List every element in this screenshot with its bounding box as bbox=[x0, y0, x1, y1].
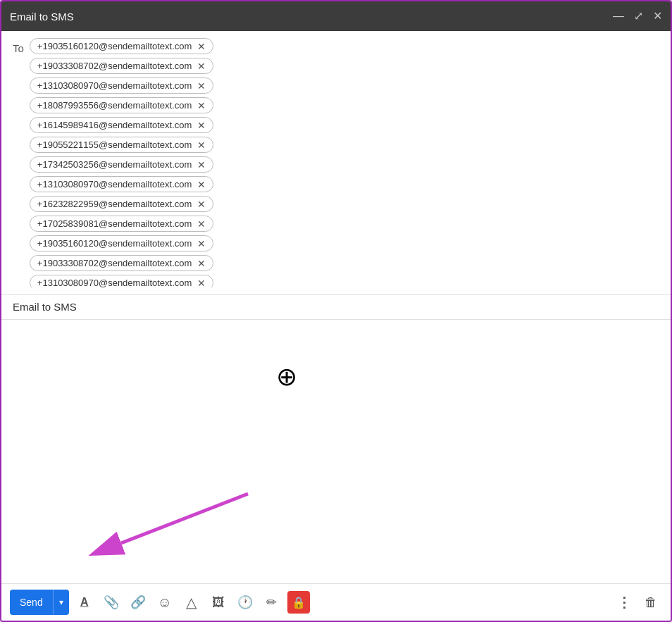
toolbar: Send ▾ A 📎 🔗 ☺ △ 🖼 🕐 ✏ 🔒 ⋮ 🗑 bbox=[1, 583, 671, 621]
recipient-chip: +13103080970@sendemailtotext.com✕ bbox=[30, 176, 214, 192]
recipient-chip: +13103080970@sendemailtotext.com✕ bbox=[30, 275, 214, 287]
emoji-icon[interactable]: ☺ bbox=[154, 591, 176, 614]
delete-icon[interactable]: 🗑 bbox=[640, 591, 662, 614]
remove-recipient-button[interactable]: ✕ bbox=[197, 42, 206, 51]
remove-recipient-button[interactable]: ✕ bbox=[197, 219, 206, 229]
photo-icon[interactable]: 🖼 bbox=[207, 591, 230, 614]
recipient-chip: +17342503256@sendemailtotext.com✕ bbox=[30, 156, 214, 173]
pen-icon[interactable]: ✏ bbox=[261, 591, 283, 614]
format-text-icon[interactable]: A bbox=[73, 591, 96, 614]
compose-area: To +19035160120@sendemailtotext.com✕+190… bbox=[1, 31, 671, 583]
recipient-email: +17025839081@sendemailtotext.com bbox=[37, 218, 192, 229]
more-options-icon[interactable]: ⋮ bbox=[613, 591, 635, 614]
recipient-email: +18087993556@sendemailtotext.com bbox=[37, 100, 192, 111]
email-to-sms-window: Email to SMS — ⤢ ✕ To +19035160120@sende… bbox=[0, 0, 672, 622]
remove-recipient-button[interactable]: ✕ bbox=[197, 61, 206, 71]
attach-icon[interactable]: 📎 bbox=[100, 591, 123, 614]
window-title: Email to SMS bbox=[10, 11, 74, 23]
remove-recipient-button[interactable]: ✕ bbox=[197, 101, 206, 111]
recipient-email: +19033308702@sendemailtotext.com bbox=[37, 258, 192, 268]
move-cursor: ⊕ bbox=[276, 362, 297, 392]
recipient-email: +16145989416@sendemailtotext.com bbox=[37, 120, 192, 130]
remove-recipient-button[interactable]: ✕ bbox=[197, 160, 206, 170]
recipient-email: +19035160120@sendemailtotext.com bbox=[37, 238, 192, 249]
recipient-chip: +13103080970@sendemailtotext.com✕ bbox=[30, 77, 214, 94]
remove-recipient-button[interactable]: ✕ bbox=[197, 180, 206, 189]
remove-recipient-button[interactable]: ✕ bbox=[197, 81, 206, 91]
recipients-area[interactable]: +19035160120@sendemailtotext.com✕+190333… bbox=[30, 38, 659, 287]
recipient-email: +19035160120@sendemailtotext.com bbox=[37, 41, 192, 51]
recipient-chip: +19035160120@sendemailtotext.com✕ bbox=[30, 235, 214, 251]
remove-recipient-button[interactable]: ✕ bbox=[197, 140, 206, 150]
recipient-chip: +16232822959@sendemailtotext.com✕ bbox=[30, 196, 214, 212]
recipient-email: +13103080970@sendemailtotext.com bbox=[37, 80, 192, 91]
recipient-email: +16232822959@sendemailtotext.com bbox=[37, 199, 192, 209]
recipient-chip: +17025839081@sendemailtotext.com✕ bbox=[30, 216, 214, 232]
send-button[interactable]: Send ▾ bbox=[10, 590, 69, 615]
remove-recipient-button[interactable]: ✕ bbox=[197, 120, 206, 130]
title-bar-controls: — ⤢ ✕ bbox=[613, 11, 662, 22]
minimize-button[interactable]: — bbox=[613, 11, 624, 22]
recipient-chip: +18087993556@sendemailtotext.com✕ bbox=[30, 97, 214, 113]
confidential-icon[interactable]: 🔒 bbox=[287, 591, 310, 614]
recipient-email: +17342503256@sendemailtotext.com bbox=[37, 159, 192, 170]
to-section: To +19035160120@sendemailtotext.com✕+190… bbox=[1, 31, 671, 295]
send-dropdown-arrow[interactable]: ▾ bbox=[53, 590, 69, 615]
remove-recipient-button[interactable]: ✕ bbox=[197, 278, 206, 288]
link-icon[interactable]: 🔗 bbox=[127, 591, 149, 614]
recipient-chip: +19033308702@sendemailtotext.com✕ bbox=[30, 58, 214, 74]
subject-area: Email to SMS bbox=[1, 295, 671, 320]
clock-icon[interactable]: 🕐 bbox=[234, 591, 256, 614]
send-label: Send bbox=[10, 597, 53, 608]
recipient-chip: +19033308702@sendemailtotext.com✕ bbox=[30, 255, 214, 271]
title-bar: Email to SMS — ⤢ ✕ bbox=[1, 1, 671, 31]
remove-recipient-button[interactable]: ✕ bbox=[197, 199, 206, 209]
subject-text: Email to SMS bbox=[13, 301, 77, 313]
remove-recipient-button[interactable]: ✕ bbox=[197, 259, 206, 268]
recipient-chip: +19055221155@sendemailtotext.com✕ bbox=[30, 137, 214, 153]
recipient-email: +19055221155@sendemailtotext.com bbox=[37, 139, 192, 150]
recipient-chip: +16145989416@sendemailtotext.com✕ bbox=[30, 117, 214, 133]
maximize-button[interactable]: ⤢ bbox=[634, 11, 643, 22]
close-button[interactable]: ✕ bbox=[653, 11, 662, 22]
body-area[interactable]: ⊕ bbox=[1, 320, 671, 583]
recipient-email: +13103080970@sendemailtotext.com bbox=[37, 278, 192, 287]
recipient-email: +19033308702@sendemailtotext.com bbox=[37, 61, 192, 71]
recipient-chip: +19035160120@sendemailtotext.com✕ bbox=[30, 38, 214, 54]
to-label: To bbox=[13, 42, 24, 54]
drive-icon[interactable]: △ bbox=[180, 591, 203, 614]
recipient-email: +13103080970@sendemailtotext.com bbox=[37, 179, 192, 189]
remove-recipient-button[interactable]: ✕ bbox=[197, 239, 206, 249]
